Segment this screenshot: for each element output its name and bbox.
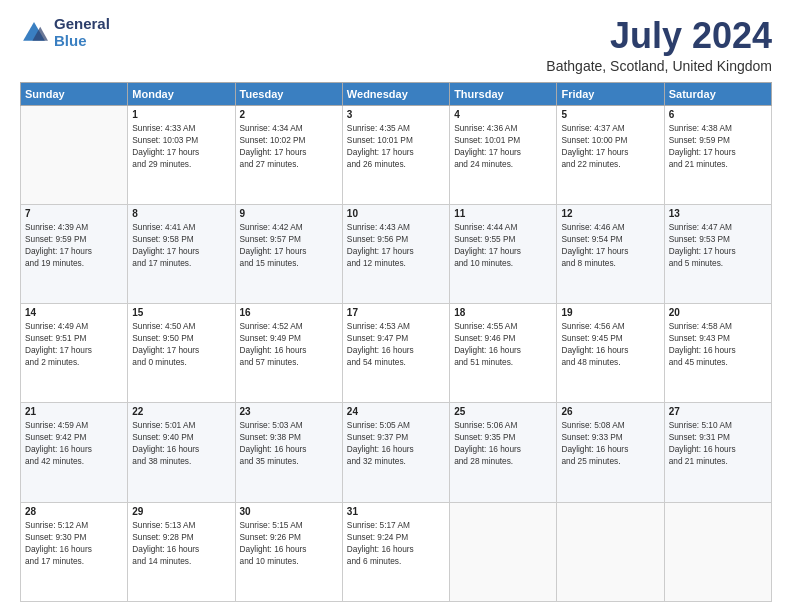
table-row: 3Sunrise: 4:35 AMSunset: 10:01 PMDayligh… <box>342 105 449 204</box>
day-info: Sunrise: 4:42 AMSunset: 9:57 PMDaylight:… <box>240 221 338 269</box>
day-number: 27 <box>669 406 767 417</box>
table-row: 31Sunrise: 5:17 AMSunset: 9:24 PMDayligh… <box>342 502 449 601</box>
calendar-week-row: 28Sunrise: 5:12 AMSunset: 9:30 PMDayligh… <box>21 502 772 601</box>
day-number: 7 <box>25 208 123 219</box>
table-row: 7Sunrise: 4:39 AMSunset: 9:59 PMDaylight… <box>21 204 128 303</box>
day-number: 16 <box>240 307 338 318</box>
day-number: 3 <box>347 109 445 120</box>
table-row: 14Sunrise: 4:49 AMSunset: 9:51 PMDayligh… <box>21 304 128 403</box>
calendar-table: Sunday Monday Tuesday Wednesday Thursday… <box>20 82 772 602</box>
day-number: 22 <box>132 406 230 417</box>
col-monday: Monday <box>128 82 235 105</box>
day-info: Sunrise: 4:49 AMSunset: 9:51 PMDaylight:… <box>25 320 123 368</box>
day-number: 9 <box>240 208 338 219</box>
col-sunday: Sunday <box>21 82 128 105</box>
day-number: 31 <box>347 506 445 517</box>
day-info: Sunrise: 4:38 AMSunset: 9:59 PMDaylight:… <box>669 122 767 170</box>
day-info: Sunrise: 4:36 AMSunset: 10:01 PMDaylight… <box>454 122 552 170</box>
day-info: Sunrise: 4:41 AMSunset: 9:58 PMDaylight:… <box>132 221 230 269</box>
col-thursday: Thursday <box>450 82 557 105</box>
table-row: 15Sunrise: 4:50 AMSunset: 9:50 PMDayligh… <box>128 304 235 403</box>
table-row: 24Sunrise: 5:05 AMSunset: 9:37 PMDayligh… <box>342 403 449 502</box>
calendar-week-row: 7Sunrise: 4:39 AMSunset: 9:59 PMDaylight… <box>21 204 772 303</box>
day-info: Sunrise: 4:56 AMSunset: 9:45 PMDaylight:… <box>561 320 659 368</box>
day-info: Sunrise: 4:50 AMSunset: 9:50 PMDaylight:… <box>132 320 230 368</box>
day-info: Sunrise: 4:47 AMSunset: 9:53 PMDaylight:… <box>669 221 767 269</box>
table-row <box>21 105 128 204</box>
table-row: 11Sunrise: 4:44 AMSunset: 9:55 PMDayligh… <box>450 204 557 303</box>
header: General Blue July 2024 Bathgate, Scotlan… <box>20 16 772 74</box>
logo-text: General Blue <box>54 16 110 49</box>
day-number: 26 <box>561 406 659 417</box>
day-number: 8 <box>132 208 230 219</box>
day-number: 1 <box>132 109 230 120</box>
day-number: 13 <box>669 208 767 219</box>
table-row: 16Sunrise: 4:52 AMSunset: 9:49 PMDayligh… <box>235 304 342 403</box>
day-info: Sunrise: 5:17 AMSunset: 9:24 PMDaylight:… <box>347 519 445 567</box>
col-wednesday: Wednesday <box>342 82 449 105</box>
table-row: 22Sunrise: 5:01 AMSunset: 9:40 PMDayligh… <box>128 403 235 502</box>
day-info: Sunrise: 4:43 AMSunset: 9:56 PMDaylight:… <box>347 221 445 269</box>
day-info: Sunrise: 4:33 AMSunset: 10:03 PMDaylight… <box>132 122 230 170</box>
logo-icon <box>20 19 48 47</box>
table-row: 1Sunrise: 4:33 AMSunset: 10:03 PMDayligh… <box>128 105 235 204</box>
day-info: Sunrise: 4:55 AMSunset: 9:46 PMDaylight:… <box>454 320 552 368</box>
table-row: 25Sunrise: 5:06 AMSunset: 9:35 PMDayligh… <box>450 403 557 502</box>
day-number: 4 <box>454 109 552 120</box>
table-row: 10Sunrise: 4:43 AMSunset: 9:56 PMDayligh… <box>342 204 449 303</box>
logo-blue: Blue <box>54 33 110 50</box>
day-info: Sunrise: 4:53 AMSunset: 9:47 PMDaylight:… <box>347 320 445 368</box>
table-row: 4Sunrise: 4:36 AMSunset: 10:01 PMDayligh… <box>450 105 557 204</box>
day-info: Sunrise: 4:46 AMSunset: 9:54 PMDaylight:… <box>561 221 659 269</box>
day-info: Sunrise: 5:08 AMSunset: 9:33 PMDaylight:… <box>561 419 659 467</box>
location-subtitle: Bathgate, Scotland, United Kingdom <box>546 58 772 74</box>
day-info: Sunrise: 5:05 AMSunset: 9:37 PMDaylight:… <box>347 419 445 467</box>
logo-general: General <box>54 16 110 33</box>
day-info: Sunrise: 5:13 AMSunset: 9:28 PMDaylight:… <box>132 519 230 567</box>
table-row: 27Sunrise: 5:10 AMSunset: 9:31 PMDayligh… <box>664 403 771 502</box>
title-block: July 2024 Bathgate, Scotland, United Kin… <box>546 16 772 74</box>
day-number: 20 <box>669 307 767 318</box>
month-year-title: July 2024 <box>546 16 772 56</box>
col-friday: Friday <box>557 82 664 105</box>
calendar-week-row: 1Sunrise: 4:33 AMSunset: 10:03 PMDayligh… <box>21 105 772 204</box>
calendar-week-row: 21Sunrise: 4:59 AMSunset: 9:42 PMDayligh… <box>21 403 772 502</box>
day-info: Sunrise: 5:12 AMSunset: 9:30 PMDaylight:… <box>25 519 123 567</box>
table-row: 5Sunrise: 4:37 AMSunset: 10:00 PMDayligh… <box>557 105 664 204</box>
table-row: 30Sunrise: 5:15 AMSunset: 9:26 PMDayligh… <box>235 502 342 601</box>
calendar-week-row: 14Sunrise: 4:49 AMSunset: 9:51 PMDayligh… <box>21 304 772 403</box>
table-row: 17Sunrise: 4:53 AMSunset: 9:47 PMDayligh… <box>342 304 449 403</box>
calendar-header-row: Sunday Monday Tuesday Wednesday Thursday… <box>21 82 772 105</box>
page: General Blue July 2024 Bathgate, Scotlan… <box>0 0 792 612</box>
day-info: Sunrise: 4:37 AMSunset: 10:00 PMDaylight… <box>561 122 659 170</box>
day-info: Sunrise: 4:52 AMSunset: 9:49 PMDaylight:… <box>240 320 338 368</box>
day-number: 17 <box>347 307 445 318</box>
day-number: 29 <box>132 506 230 517</box>
col-tuesday: Tuesday <box>235 82 342 105</box>
day-number: 28 <box>25 506 123 517</box>
table-row: 29Sunrise: 5:13 AMSunset: 9:28 PMDayligh… <box>128 502 235 601</box>
day-info: Sunrise: 5:10 AMSunset: 9:31 PMDaylight:… <box>669 419 767 467</box>
day-info: Sunrise: 4:58 AMSunset: 9:43 PMDaylight:… <box>669 320 767 368</box>
day-number: 19 <box>561 307 659 318</box>
day-number: 11 <box>454 208 552 219</box>
table-row: 19Sunrise: 4:56 AMSunset: 9:45 PMDayligh… <box>557 304 664 403</box>
day-number: 23 <box>240 406 338 417</box>
day-number: 12 <box>561 208 659 219</box>
day-info: Sunrise: 4:34 AMSunset: 10:02 PMDaylight… <box>240 122 338 170</box>
day-info: Sunrise: 4:35 AMSunset: 10:01 PMDaylight… <box>347 122 445 170</box>
day-info: Sunrise: 4:39 AMSunset: 9:59 PMDaylight:… <box>25 221 123 269</box>
day-number: 18 <box>454 307 552 318</box>
table-row: 12Sunrise: 4:46 AMSunset: 9:54 PMDayligh… <box>557 204 664 303</box>
day-number: 21 <box>25 406 123 417</box>
day-number: 2 <box>240 109 338 120</box>
day-info: Sunrise: 5:03 AMSunset: 9:38 PMDaylight:… <box>240 419 338 467</box>
table-row: 18Sunrise: 4:55 AMSunset: 9:46 PMDayligh… <box>450 304 557 403</box>
day-number: 24 <box>347 406 445 417</box>
day-info: Sunrise: 4:59 AMSunset: 9:42 PMDaylight:… <box>25 419 123 467</box>
logo: General Blue <box>20 16 110 49</box>
day-number: 25 <box>454 406 552 417</box>
day-info: Sunrise: 5:06 AMSunset: 9:35 PMDaylight:… <box>454 419 552 467</box>
table-row: 23Sunrise: 5:03 AMSunset: 9:38 PMDayligh… <box>235 403 342 502</box>
day-number: 14 <box>25 307 123 318</box>
